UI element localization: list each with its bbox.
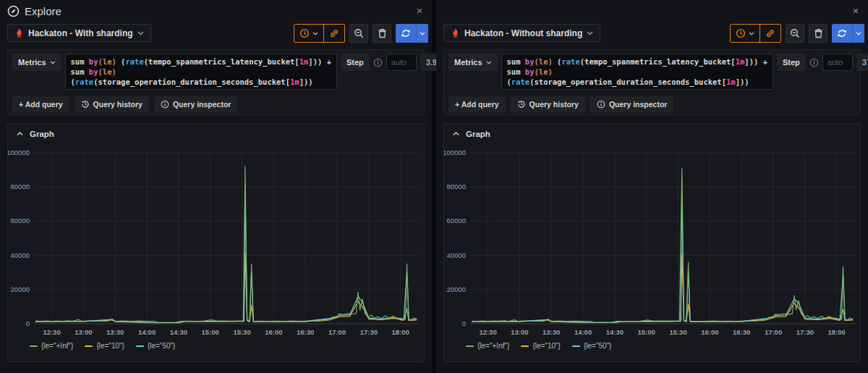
chevron-up-icon: [17, 132, 23, 136]
chevron-down-icon: [420, 32, 425, 35]
datasource-row: Hackaton - With sharding: [7, 24, 428, 43]
explore-topbar: ×: [436, 0, 868, 23]
info-icon: [597, 100, 605, 109]
query-history-button[interactable]: Query history: [511, 96, 585, 112]
x-axis-label: 15:30: [669, 328, 686, 336]
x-axis-label: 15:30: [233, 328, 250, 336]
chart-svg: 02000040000600008000010000012:3013:0013:…: [8, 144, 424, 340]
explore-toolbar: [294, 24, 428, 43]
graph-panel: Graph 02000040000600008000010000012:3013…: [443, 123, 861, 362]
y-axis-label: 100000: [8, 148, 30, 156]
datasource-label: Hackaton - With sharding: [28, 28, 133, 38]
close-split-button[interactable]: ×: [849, 4, 862, 17]
link-split-button[interactable]: [323, 25, 344, 42]
x-axis-label: 16:00: [701, 328, 718, 336]
x-axis-label: 13:00: [75, 328, 92, 336]
series-line: [472, 168, 853, 322]
info-icon: [161, 100, 169, 109]
time-range-button[interactable]: [294, 25, 323, 42]
link-icon: [329, 28, 339, 38]
legend-item[interactable]: {le="50"}: [136, 342, 176, 350]
legend-label: {le="50"}: [148, 342, 176, 350]
run-query-interval-dropdown[interactable]: [852, 24, 864, 43]
close-split-button[interactable]: ×: [413, 4, 426, 17]
graph-panel-header[interactable]: Graph: [17, 130, 54, 138]
add-query-button[interactable]: + Add query: [12, 96, 69, 112]
metrics-dropdown[interactable]: Metrics: [12, 54, 61, 71]
step-input[interactable]: [386, 54, 417, 71]
run-query-button[interactable]: [396, 24, 416, 43]
y-axis-label: 100000: [444, 148, 466, 156]
query-history-label: Query history: [529, 100, 579, 109]
y-axis-label: 40000: [447, 251, 466, 259]
x-axis-label: 17:00: [328, 328, 346, 336]
graph-panel: Graph 02000040000600008000010000012:3013…: [7, 123, 425, 362]
query-code-editor[interactable]: sum by(le) (rate(tempo_spanmetrics_laten…: [65, 54, 337, 90]
chart-legend: {le="+Inf"} {le="10"} {le="50"}: [466, 342, 611, 350]
explore-toolbar: [730, 24, 864, 43]
legend-item[interactable]: {le="10"}: [85, 342, 124, 350]
metrics-label: Metrics: [18, 58, 46, 67]
time-series-chart[interactable]: 02000040000600008000010000012:3013:0013:…: [444, 144, 860, 340]
x-axis-label: 14:00: [138, 328, 156, 336]
query-code-editor[interactable]: sum by(le) (rate(tempo_spanmetrics_laten…: [501, 54, 773, 90]
y-axis-label: 40000: [11, 251, 30, 259]
series-color-dash: [85, 345, 93, 347]
zoom-out-icon: [354, 28, 364, 38]
chevron-down-icon: [312, 32, 318, 35]
time-range-button[interactable]: [731, 25, 760, 42]
x-axis-label: 16:00: [265, 328, 282, 336]
x-axis-label: 17:30: [796, 328, 814, 336]
x-axis-label: 12:30: [479, 328, 496, 336]
y-axis-label: 80000: [447, 183, 466, 190]
query-inspector-label: Query inspector: [173, 100, 231, 109]
run-query-group: [832, 24, 864, 43]
history-icon: [517, 100, 526, 109]
clear-all-button[interactable]: [373, 24, 391, 43]
prometheus-icon: [451, 28, 460, 38]
explore-topbar: Explore ×: [0, 0, 432, 23]
query-inspector-button[interactable]: Query inspector: [154, 96, 238, 112]
query-inspector-button[interactable]: Query inspector: [590, 96, 674, 112]
clear-all-button[interactable]: [809, 24, 827, 43]
y-axis-label: 60000: [447, 217, 466, 225]
chevron-down-icon: [856, 32, 861, 35]
step-area: Step 37.7s: [777, 54, 868, 71]
query-history-button[interactable]: Query history: [75, 96, 149, 112]
datasource-picker[interactable]: Hackaton - With sharding: [7, 24, 151, 42]
refresh-icon: [401, 28, 411, 38]
y-axis-label: 80000: [11, 183, 30, 190]
series-color-dash: [136, 345, 144, 347]
run-query-interval-dropdown[interactable]: [416, 24, 428, 43]
link-icon: [765, 28, 775, 38]
link-split-button[interactable]: [760, 25, 780, 42]
time-link-group: [730, 24, 781, 43]
datasource-picker[interactable]: Hackaton - Without sharding: [443, 24, 600, 42]
graph-panel-header[interactable]: Graph: [453, 130, 490, 138]
series-line: [36, 167, 417, 322]
refresh-icon: [837, 28, 847, 38]
series-line: [472, 253, 853, 322]
time-series-chart[interactable]: 02000040000600008000010000012:3013:0013:…: [8, 144, 424, 340]
x-axis-label: 14:30: [606, 328, 624, 336]
metrics-dropdown[interactable]: Metrics: [448, 54, 498, 71]
zoom-out-button[interactable]: [786, 24, 804, 43]
add-query-button[interactable]: + Add query: [448, 96, 506, 112]
x-axis-label: 13:30: [106, 328, 124, 336]
trash-icon: [378, 28, 387, 38]
legend-item[interactable]: {le="+Inf"}: [466, 342, 509, 350]
legend-label: {le="50"}: [584, 342, 612, 350]
y-axis-label: 20000: [447, 285, 466, 293]
metrics-label: Metrics: [454, 58, 482, 67]
step-input[interactable]: [822, 54, 853, 71]
step-label: Step: [777, 54, 806, 71]
series-color-dash: [30, 345, 38, 347]
legend-item[interactable]: {le="50"}: [572, 342, 612, 350]
query-inspector-label: Query inspector: [609, 100, 668, 109]
run-query-button[interactable]: [832, 24, 852, 43]
legend-item[interactable]: {le="+Inf"}: [30, 342, 73, 350]
chart-svg: 02000040000600008000010000012:3013:0013:…: [444, 144, 860, 340]
zoom-out-button[interactable]: [349, 24, 368, 43]
x-axis-label: 12:30: [43, 328, 60, 336]
legend-item[interactable]: {le="10"}: [521, 342, 561, 350]
